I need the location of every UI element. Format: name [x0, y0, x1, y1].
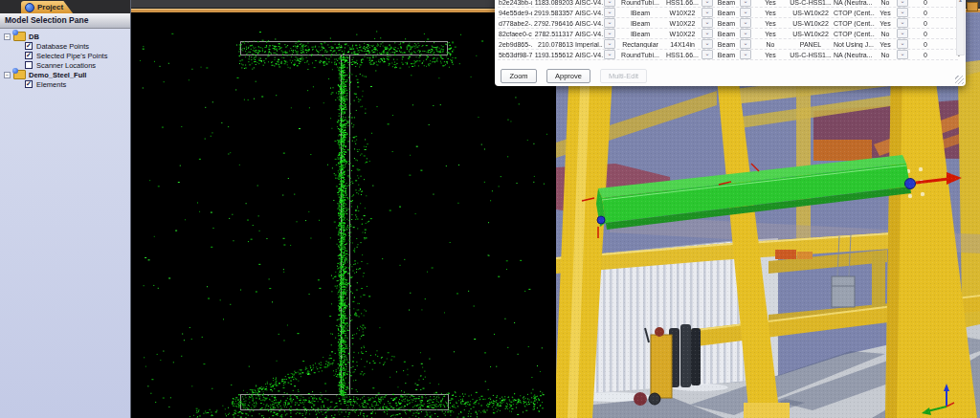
element-properties-window: b2e243bb-c...1183.089203AISC-V4...⌄Round… — [495, 0, 966, 86]
table-cell-spec: US-W10x22 — [789, 31, 833, 37]
table-cell-zero: 0 — [909, 52, 942, 58]
dropdown-chevron-icon[interactable]: ⌄ — [740, 29, 751, 38]
table-cell-id: b2e243bb-c... — [498, 0, 532, 6]
dropdown-chevron-icon[interactable]: ⌄ — [702, 8, 713, 17]
table-cell-role: Beam — [714, 41, 739, 48]
checkbox[interactable]: ✓ — [25, 52, 33, 59]
expand-collapse-box[interactable]: − — [4, 72, 11, 78]
dropdown-chevron-icon[interactable]: ⌄ — [702, 29, 713, 38]
tree-item[interactable]: ✓Selected Pipe's Points — [4, 51, 130, 60]
dropdown-chevron-icon[interactable]: ⌄ — [604, 50, 615, 59]
checkbox[interactable]: ✓ — [25, 80, 33, 88]
table-row[interactable]: d778abe2-...2792.796416AISC-V4...⌄IBeamW… — [498, 18, 958, 29]
table-cell-standard: AISC-V4... — [574, 10, 603, 16]
table-cell-zero: 0 — [909, 10, 942, 16]
table-cell-spec: US-W10x22 — [789, 20, 833, 27]
table-cell-id: d778abe2-... — [498, 20, 532, 27]
table-cell-num: 210.078613 — [532, 41, 574, 48]
tree-item-label: Selected Pipe's Points — [36, 52, 107, 60]
expand-collapse-box[interactable]: − — [4, 33, 11, 40]
window-resize-grip[interactable] — [955, 76, 964, 84]
dropdown-chevron-icon[interactable]: ⌄ — [740, 0, 751, 7]
dropdown-chevron-icon[interactable]: ⌄ — [604, 29, 615, 38]
table-scrollbar[interactable]: ▲ — [956, 0, 965, 55]
checkbox[interactable] — [25, 61, 33, 69]
table-cell-just: CTOP (Cent... — [833, 10, 875, 16]
tab-project-label: Project — [37, 3, 63, 11]
table-cell-zero: 0 — [909, 0, 942, 6]
tab-project[interactable]: Project — [21, 1, 73, 13]
table-cell-id: 2eb9d865-... — [498, 41, 532, 48]
table-row[interactable]: 82cfaee0-c...2782.511317AISC-V4...⌄IBeam… — [498, 29, 958, 39]
tree-node-label: DB — [29, 33, 39, 41]
table-cell-size: 14X14in — [664, 41, 701, 48]
table-cell-role: Beam — [714, 10, 739, 16]
table-row[interactable]: 5b53df98-7...1193.155612AISC-V4...⌄Round… — [498, 50, 958, 60]
table-cell-just: NA (Neutra... — [833, 0, 875, 6]
dropdown-chevron-icon[interactable]: ⌄ — [740, 39, 751, 49]
table-row[interactable]: 2eb9d865-...210.078613Imperial...⌄Rectan… — [498, 39, 958, 50]
tree-node[interactable]: −Demo_Steel_Full — [4, 70, 130, 79]
dropdown-chevron-icon[interactable]: ⌄ — [897, 18, 908, 28]
dropdown-chevron-icon[interactable]: ⌄ — [604, 18, 615, 28]
element-table: b2e243bb-c...1183.089203AISC-V4...⌄Round… — [498, 0, 958, 60]
table-cell-shape: RoundTubi... — [616, 0, 664, 6]
table-cell-flag2: No — [875, 31, 896, 37]
dropdown-chevron-icon[interactable]: ⌄ — [897, 29, 908, 38]
tree-item-label: Database Points — [36, 42, 89, 51]
dropdown-chevron-icon[interactable]: ⌄ — [702, 18, 713, 28]
dropdown-chevron-icon[interactable]: ⌄ — [740, 18, 751, 28]
table-row[interactable]: 94e55de9-e...2919.583357AISC-V4...⌄IBeam… — [498, 8, 958, 18]
dropdown-chevron-icon[interactable]: ⌄ — [702, 39, 713, 49]
sidebar-tab-bar: Project — [0, 0, 130, 13]
zoom-button[interactable]: Zoom — [501, 69, 537, 83]
dropdown-chevron-icon[interactable]: ⌄ — [702, 50, 713, 59]
tree-item[interactable]: ✓Database Points — [4, 41, 130, 51]
table-cell-id: 82cfaee0-c... — [498, 31, 532, 37]
tree-item[interactable]: Scanner Locations — [4, 60, 130, 70]
checkbox[interactable]: ✓ — [25, 42, 33, 50]
table-cell-standard: AISC-V4... — [574, 52, 603, 58]
tree-item[interactable]: ✓Elements — [4, 79, 130, 89]
table-cell-standard: Imperial... — [574, 41, 603, 48]
dropdown-chevron-icon[interactable]: ⌄ — [604, 39, 615, 49]
table-cell-id: 5b53df98-7... — [498, 52, 532, 58]
dropdown-chevron-icon[interactable]: ⌄ — [897, 50, 908, 59]
table-cell-flag2: No — [875, 52, 896, 58]
approve-button[interactable]: Approve — [546, 69, 590, 83]
point-cloud-cross-section-canvas[interactable] — [131, 12, 556, 418]
table-cell-num: 2919.583357 — [532, 10, 574, 16]
table-cell-standard: AISC-V4... — [574, 0, 603, 6]
table-cell-zero: 0 — [909, 31, 942, 37]
dropdown-chevron-icon[interactable]: ⌄ — [604, 0, 615, 7]
table-cell-spec: US-C-HSS1... — [789, 52, 833, 58]
table-cell-flag1: Yes — [752, 31, 789, 37]
table-cell-shape: Rectangular — [616, 41, 664, 48]
tree-node[interactable]: −DB — [4, 32, 130, 41]
table-cell-flag2: Yes — [875, 41, 896, 48]
folder-icon — [13, 70, 26, 79]
dropdown-chevron-icon[interactable]: ⌄ — [702, 0, 713, 7]
table-cell-just: NA (Neutra... — [833, 52, 875, 58]
table-cell-just: CTOP (Cent... — [833, 20, 875, 27]
table-cell-flag1: Yes — [752, 10, 789, 16]
dropdown-chevron-icon[interactable]: ⌄ — [897, 0, 908, 7]
table-cell-shape: IBeam — [616, 20, 664, 27]
table-cell-num: 1193.155612 — [532, 52, 574, 58]
cross-section-viewport[interactable] — [131, 12, 556, 418]
dropdown-chevron-icon[interactable]: ⌄ — [740, 50, 751, 59]
dropdown-chevron-icon[interactable]: ⌄ — [897, 39, 908, 49]
dropdown-chevron-icon[interactable]: ⌄ — [604, 8, 615, 17]
table-cell-shape: RoundTubi... — [616, 52, 664, 58]
dropdown-chevron-icon[interactable]: ⌄ — [740, 8, 751, 17]
table-row[interactable]: b2e243bb-c...1183.089203AISC-V4...⌄Round… — [498, 0, 958, 8]
table-cell-num: 1183.089203 — [532, 0, 574, 6]
table-cell-shape: IBeam — [616, 31, 664, 37]
pane-header: Model Selection Pane — [0, 13, 130, 29]
dropdown-chevron-icon[interactable]: ⌄ — [897, 8, 908, 17]
table-cell-size: W10X22 — [664, 10, 701, 16]
project-tab-icon — [25, 3, 34, 12]
table-cell-role: Beam — [714, 31, 739, 37]
table-cell-just: Not Using J... — [833, 41, 875, 48]
table-cell-size: HSS1.66... — [664, 52, 701, 58]
